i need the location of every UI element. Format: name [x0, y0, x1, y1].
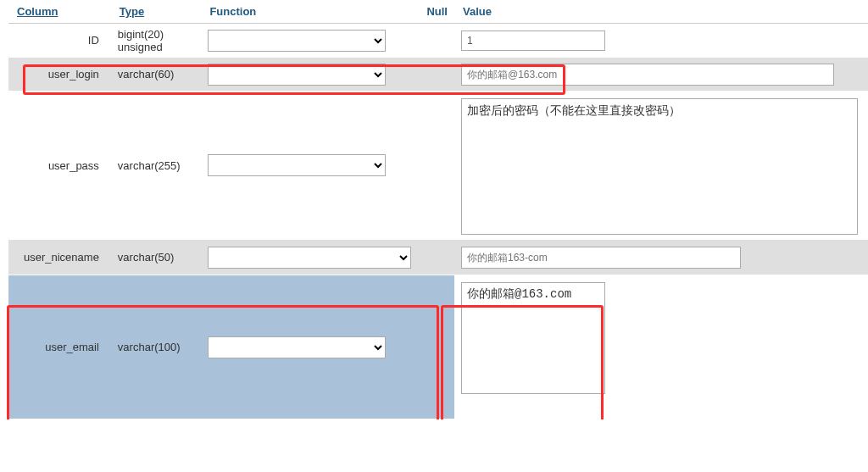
col-type-user-nicename: varchar(50) — [111, 240, 202, 275]
function-select-user-email[interactable] — [208, 336, 386, 358]
value-input-user-nicename[interactable] — [461, 247, 741, 269]
col-name-user-nicename: user_nicename — [8, 240, 111, 275]
edit-table: Column Type Function Null Value ID bigin… — [8, 0, 868, 419]
col-type-user-login: varchar(60) — [111, 58, 202, 92]
col-type-id: bigint(20) unsigned — [111, 24, 202, 58]
row-user-nicename: user_nicename varchar(50) — [8, 240, 868, 275]
null-cell-user-pass — [418, 92, 454, 240]
col-name-user-login: user_login — [8, 58, 111, 92]
function-select-user-pass[interactable] — [208, 154, 386, 176]
null-cell-user-nicename — [418, 240, 454, 275]
header-row: Column Type Function Null Value — [8, 0, 868, 24]
header-value[interactable]: Value — [454, 0, 868, 24]
function-select-user-nicename[interactable] — [208, 247, 411, 269]
header-type[interactable]: Type — [111, 0, 202, 24]
col-type-user-pass: varchar(255) — [111, 92, 202, 240]
col-type-user-email: varchar(100) — [111, 275, 202, 419]
col-name-user-email: user_email — [8, 275, 111, 419]
row-id: ID bigint(20) unsigned — [8, 24, 868, 58]
header-null[interactable]: Null — [418, 0, 454, 24]
row-user-login: user_login varchar(60) — [8, 58, 868, 92]
col-name-user-pass: user_pass — [8, 92, 111, 240]
header-column[interactable]: Column — [8, 0, 111, 24]
function-select-user-login[interactable] — [208, 64, 386, 86]
null-cell-user-login — [418, 58, 454, 92]
null-cell-user-email — [418, 275, 454, 419]
value-input-id[interactable] — [461, 31, 605, 51]
value-textarea-user-email[interactable] — [461, 282, 605, 394]
value-input-user-login[interactable] — [461, 64, 834, 86]
row-user-pass: user_pass varchar(255) — [8, 92, 868, 240]
value-textarea-user-pass[interactable] — [461, 98, 858, 235]
col-name-id: ID — [8, 24, 111, 58]
row-user-email: user_email varchar(100) — [8, 275, 868, 419]
header-function[interactable]: Function — [201, 0, 418, 24]
null-cell-id — [418, 24, 454, 58]
function-select-id[interactable] — [208, 30, 386, 52]
